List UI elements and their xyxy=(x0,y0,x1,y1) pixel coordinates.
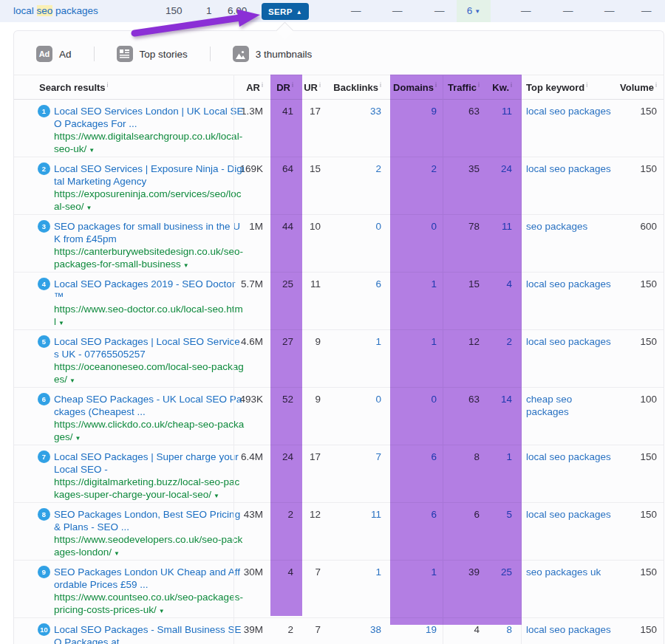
backlinks-link[interactable]: 11 xyxy=(371,509,381,520)
url-expand-caret-icon[interactable]: ▼ xyxy=(69,377,75,384)
serp-results-table: Search resultsi ARi DRi URi Backlinksi D… xyxy=(14,75,664,644)
volume-cell: 150 xyxy=(613,445,664,503)
result-url-link[interactable]: https://oceanoneseo.com/local-seo-packag… xyxy=(54,361,244,385)
top-keyword-link[interactable]: seo packages xyxy=(526,220,587,233)
info-icon: i xyxy=(292,81,293,89)
header-kw[interactable]: Kw.i xyxy=(487,75,522,100)
traffic-cell: 35 xyxy=(443,157,487,215)
empty-metric-dash: — xyxy=(392,0,403,22)
volume-value: 150 xyxy=(166,0,183,22)
domains-link[interactable]: 19 xyxy=(426,624,437,635)
backlinks-link[interactable]: 33 xyxy=(370,106,381,117)
backlinks-link[interactable]: 1 xyxy=(375,336,381,347)
kw-link[interactable]: 25 xyxy=(501,566,512,578)
result-title-link[interactable]: Local SEO Packages - Small Business SEO … xyxy=(54,623,245,644)
ur-cell: 7 xyxy=(302,618,330,644)
url-expand-caret-icon[interactable]: ▼ xyxy=(89,147,95,154)
url-expand-caret-icon[interactable]: ▼ xyxy=(75,435,81,442)
domains-link[interactable]: 1 xyxy=(431,336,437,347)
kw-link[interactable]: 4 xyxy=(506,278,512,290)
kw-link[interactable]: 2 xyxy=(506,336,512,347)
backlinks-link[interactable]: 1 xyxy=(375,566,381,578)
header-ar[interactable]: ARi xyxy=(234,75,270,100)
kw-link[interactable]: 5 xyxy=(506,509,512,520)
dr-cell: 2 xyxy=(270,503,302,561)
backlinks-link[interactable]: 38 xyxy=(370,624,381,635)
header-domains[interactable]: Domainsi xyxy=(390,75,443,100)
result-title-link[interactable]: Local SEO Packages | Local SEO Services … xyxy=(54,335,245,360)
keyword-link[interactable]: local seo packages xyxy=(13,0,98,22)
backlinks-link[interactable]: 0 xyxy=(375,221,381,232)
header-dr[interactable]: DRi xyxy=(270,75,302,100)
kw-link[interactable]: 24 xyxy=(501,163,512,174)
url-expand-caret-icon[interactable]: ▼ xyxy=(58,320,64,326)
url-expand-caret-icon[interactable]: ▼ xyxy=(214,493,219,499)
result-url-link[interactable]: https://exposureninja.com/services/seo/l… xyxy=(54,188,242,212)
result-title-link[interactable]: Local SEO Packages | Super charge your L… xyxy=(54,451,245,476)
url-expand-caret-icon[interactable]: ▼ xyxy=(183,262,189,269)
result-url-link[interactable]: https://www.countseo.co.uk/seo-packages-… xyxy=(54,592,243,615)
result-title-link[interactable]: Local SEO Packages 2019 - SEO Doctor ™ xyxy=(54,278,245,303)
traffic-cell: 63 xyxy=(443,100,487,157)
backlinks-link[interactable]: 7 xyxy=(375,451,381,462)
result-url-link[interactable]: https://digitalmarketing.buzz/local-seo-… xyxy=(54,476,239,500)
caret-down-icon: ▼ xyxy=(474,8,480,15)
top-keyword-link[interactable]: cheap seo packages xyxy=(526,393,613,418)
keyword-text: packages xyxy=(52,5,98,16)
kw-link[interactable]: 11 xyxy=(502,221,512,232)
top-keyword-link[interactable]: local seo packages xyxy=(526,278,611,290)
result-title-link[interactable]: SEO Packages London, Best SEO Pricing & … xyxy=(54,508,245,533)
result-url-link[interactable]: https://canterburywebsitedesign.co.uk/se… xyxy=(54,246,243,270)
info-icon: i xyxy=(435,81,437,89)
url-expand-caret-icon[interactable]: ▼ xyxy=(114,550,120,557)
kw-link[interactable]: 1 xyxy=(506,451,512,462)
top-keyword-link[interactable]: local seo packages xyxy=(526,105,611,117)
domains-link[interactable]: 6 xyxy=(431,509,437,520)
kw-cell: 8 xyxy=(487,618,522,644)
result-title-link[interactable]: Local SEO Services London | UK Local SEO… xyxy=(54,105,245,130)
empty-metric-dash: — xyxy=(351,0,361,22)
position-cell[interactable]: 6▼ xyxy=(457,0,491,22)
result-title-link[interactable]: Cheap SEO Packages - UK Local SEO Packag… xyxy=(54,393,245,418)
volume-cell: 150 xyxy=(613,273,664,330)
domains-link[interactable]: 6 xyxy=(431,451,437,462)
top-keyword-link[interactable]: local seo packages xyxy=(526,162,611,175)
domains-link[interactable]: 0 xyxy=(431,394,437,405)
header-ur[interactable]: URi xyxy=(302,75,330,100)
serp-button[interactable]: SERP▲ xyxy=(262,3,309,20)
top-keyword-link[interactable]: local seo packages xyxy=(526,335,611,348)
result-url-link[interactable]: https://www.seo-doctor.co.uk/local-seo.h… xyxy=(54,304,243,327)
top-keyword-link[interactable]: local seo packages xyxy=(526,508,611,521)
top-keyword-link[interactable]: local seo packages xyxy=(526,451,611,463)
dr-cell: 2 xyxy=(270,618,302,644)
result-title-link[interactable]: Local SEO Services | Exposure Ninja - Di… xyxy=(54,162,245,188)
header-traffic[interactable]: Traffici xyxy=(443,75,487,100)
kw-link[interactable]: 11 xyxy=(502,106,512,117)
domains-link[interactable]: 2 xyxy=(431,163,437,174)
kw-link[interactable]: 14 xyxy=(501,394,512,405)
result-url-link[interactable]: https://www.seodevelopers.co.uk/seo-pack… xyxy=(54,534,242,558)
backlinks-cell: 1 xyxy=(330,330,390,388)
kw-cell: 5 xyxy=(487,503,522,561)
info-icon: i xyxy=(107,81,109,89)
backlinks-link[interactable]: 2 xyxy=(375,163,381,174)
header-search-results[interactable]: Search resultsi xyxy=(14,75,234,100)
domains-link[interactable]: 9 xyxy=(431,106,437,117)
backlinks-link[interactable]: 0 xyxy=(375,394,381,405)
top-keyword-link[interactable]: local seo packages xyxy=(526,623,611,636)
domains-link[interactable]: 0 xyxy=(431,221,437,232)
url-expand-caret-icon[interactable]: ▼ xyxy=(159,608,165,614)
kw-link[interactable]: 8 xyxy=(506,624,512,635)
domains-link[interactable]: 1 xyxy=(431,278,437,290)
backlinks-link[interactable]: 6 xyxy=(375,278,381,290)
result-url-link[interactable]: https://www.digitalsearchgroup.co.uk/loc… xyxy=(54,131,242,154)
result-title-link[interactable]: SEO packages for small business in the U… xyxy=(54,220,245,245)
result-url-link[interactable]: https://www.clickdo.co.uk/cheap-seo-pack… xyxy=(54,419,244,442)
top-keyword-link[interactable]: seo packages uk xyxy=(526,566,601,578)
header-volume[interactable]: Volumei xyxy=(613,75,664,100)
domains-link[interactable]: 1 xyxy=(431,566,437,578)
url-expand-caret-icon[interactable]: ▼ xyxy=(86,205,92,211)
header-top-keyword[interactable]: Top keywordi xyxy=(522,75,613,100)
header-backlinks[interactable]: Backlinksi xyxy=(330,75,390,100)
result-title-link[interactable]: SEO Packages London UK Cheap and Afforda… xyxy=(54,566,245,591)
